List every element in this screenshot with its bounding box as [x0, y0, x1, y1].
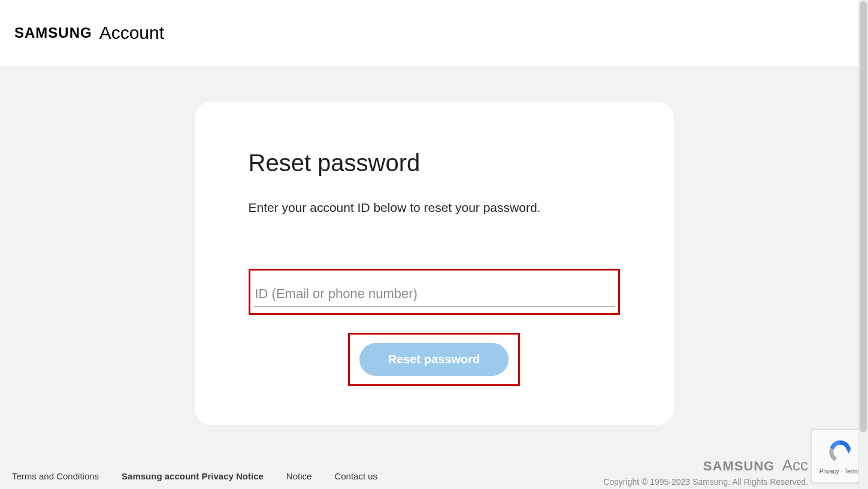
page-subtitle: Enter your account ID below to reset you… — [249, 201, 620, 215]
footer-link-terms[interactable]: Terms and Conditions — [12, 471, 99, 481]
reset-card: Reset password Enter your account ID bel… — [195, 102, 674, 425]
reset-button-highlight: Reset password — [348, 333, 520, 386]
page-title: Reset password — [249, 150, 620, 177]
copyright-text: Copyright © 1995-2023 Samsung. All Right… — [603, 477, 808, 487]
recaptcha-links: Privacy - Terms — [819, 468, 861, 475]
button-row: Reset password — [249, 333, 620, 386]
footer-link-notice[interactable]: Notice — [286, 471, 312, 481]
footer-link-privacy[interactable]: Samsung account Privacy Notice — [122, 471, 264, 481]
recaptcha-privacy-link[interactable]: Privacy — [819, 468, 839, 475]
footer-brand-wordmark: SAMSUNG — [703, 458, 775, 474]
site-header: SAMSUNG Account — [0, 0, 868, 66]
account-id-input[interactable] — [254, 283, 615, 307]
main-area: Reset password Enter your account ID bel… — [0, 66, 868, 425]
svg-marker-0 — [846, 449, 851, 453]
footer-brand-partial: Acc — [782, 456, 808, 474]
footer-link-contact[interactable]: Contact us — [334, 471, 377, 481]
footer-links: Terms and Conditions Samsung account Pri… — [12, 471, 377, 481]
brand-wordmark: SAMSUNG — [14, 25, 92, 41]
product-name: Account — [99, 23, 164, 43]
footer-brand: SAMSUNG Acc — [703, 456, 808, 475]
reset-password-button[interactable]: Reset password — [359, 343, 509, 376]
brand-logo[interactable]: SAMSUNG Account — [14, 23, 164, 43]
recaptcha-icon — [827, 438, 853, 464]
scrollbar-thumb[interactable] — [860, 1, 867, 432]
vertical-scrollbar[interactable] — [858, 0, 868, 489]
id-input-highlight — [249, 269, 620, 315]
